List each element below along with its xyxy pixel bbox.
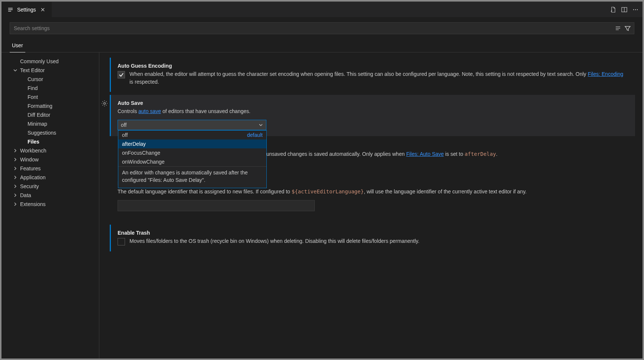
setting-title: Auto Guess Encoding [118,63,628,69]
editor-tabbar: Settings [1,1,643,17]
scope-tab-user[interactable]: User [10,39,25,52]
checkbox-auto-guess-encoding[interactable] [118,71,125,78]
settings-toc: Commonly Used Text Editor Cursor Find Fo… [1,52,99,359]
svg-point-7 [633,9,634,10]
toc-window[interactable]: Window [13,155,99,164]
default-tag: default [247,132,263,138]
chevron-right-icon [13,202,18,206]
link-files-encoding[interactable]: Files: Encoding [588,71,624,77]
settings-list-icon [7,7,13,13]
chevron-right-icon [13,166,18,171]
settings-scope-tabs: User [1,38,643,52]
checkbox-enable-trash[interactable] [118,238,125,245]
split-editor-icon[interactable] [621,6,628,13]
toc-formatting[interactable]: Formatting [13,102,99,110]
chevron-right-icon [13,193,18,197]
tab-settings[interactable]: Settings [1,2,52,17]
clear-search-icon[interactable] [615,25,621,32]
more-actions-icon[interactable] [632,6,639,13]
svg-point-13 [104,103,106,105]
toc-security[interactable]: Security [13,182,99,191]
chevron-right-icon [13,184,18,189]
toc-commonly-used[interactable]: Commonly Used [13,57,99,66]
dropdown-auto-save[interactable]: off default afterDelay onFocusChange onW… [118,130,267,188]
toc-extensions[interactable]: Extensions [13,200,99,209]
setting-description: The default language identifier that is … [118,188,628,196]
chevron-right-icon [13,157,18,162]
toc-features[interactable]: Features [13,164,99,173]
setting-description: When enabled, the editor will attempt to… [129,70,628,86]
setting-enable-trash: Enable Trash Moves files/folders to the … [110,225,635,251]
dropdown-option-afterdelay[interactable]: afterDelay [118,139,266,148]
setting-title: Enable Trash [118,230,628,236]
svg-point-9 [637,9,638,10]
dropdown-option-off[interactable]: off default [118,131,266,139]
settings-list[interactable]: Auto Guess Encoding When enabled, the ed… [99,52,643,359]
dropdown-option-onwindowchange[interactable]: onWindowChange [118,157,266,166]
toc-cursor[interactable]: Cursor [13,75,99,84]
toc-workbench[interactable]: Workbench [13,146,99,155]
link-files-auto-save[interactable]: Files: Auto Save [406,151,444,157]
setting-description: Controls auto save of editors that have … [118,107,628,115]
toc-diff-editor[interactable]: Diff Editor [13,110,99,119]
svg-point-8 [635,9,636,10]
toc-minimap[interactable]: Minimap [13,119,99,128]
tab-close-button[interactable] [40,7,46,13]
select-value: off [121,122,126,128]
chevron-down-icon [259,123,263,127]
toc-application[interactable]: Application [13,173,99,182]
toc-data[interactable]: Data [13,191,99,200]
gear-icon[interactable] [101,100,108,107]
link-auto-save[interactable]: auto save [138,108,161,114]
select-auto-save[interactable]: off [118,120,266,130]
settings-search-input[interactable] [10,25,615,31]
setting-title: Auto Save [118,100,628,106]
toc-text-editor[interactable]: Text Editor [13,66,99,75]
input-default-language[interactable] [118,200,315,211]
dropdown-option-description: An editor with changes is automatically … [118,166,266,188]
toc-files[interactable]: Files [13,137,99,146]
tab-settings-label: Settings [17,7,36,13]
chevron-down-icon [13,68,18,73]
toc-find[interactable]: Find [13,84,99,93]
setting-auto-guess-encoding: Auto Guess Encoding When enabled, the ed… [110,58,635,92]
open-settings-json-icon[interactable] [610,6,616,13]
setting-description: Moves files/folders to the OS trash (rec… [129,237,419,245]
toc-suggestions[interactable]: Suggestions [13,128,99,137]
settings-search-box [10,22,634,34]
toc-font[interactable]: Font [13,93,99,102]
filter-icon[interactable] [624,25,631,32]
chevron-right-icon [13,148,18,153]
dropdown-option-onfocuschange[interactable]: onFocusChange [118,148,266,157]
chevron-right-icon [13,175,18,180]
